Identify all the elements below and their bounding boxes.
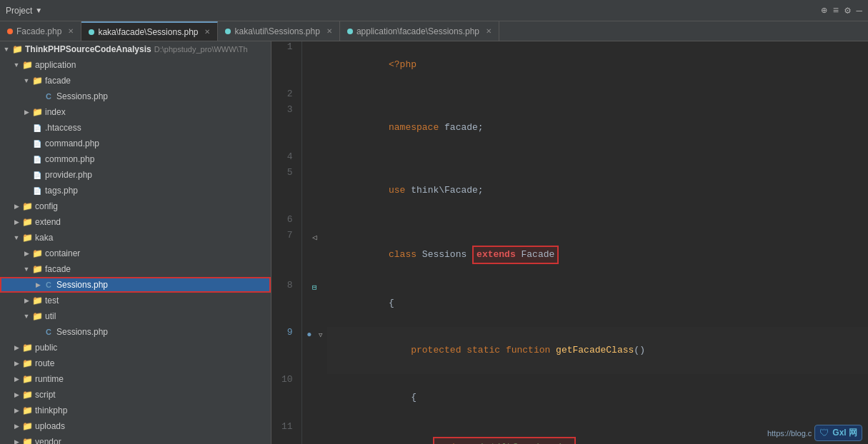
htaccess-label: .htaccess xyxy=(45,123,81,133)
sidebar-item-util[interactable]: ▼ 📁 util xyxy=(0,308,271,324)
sidebar[interactable]: ▼ 📁 ThinkPHPSourceCodeAnalysis D:\phpstu… xyxy=(0,41,271,444)
settings-icon[interactable]: ≡ xyxy=(833,5,839,16)
minimize-icon[interactable]: — xyxy=(857,5,862,16)
sidebar-item-uploads[interactable]: ▶ 📁 uploads xyxy=(0,418,271,434)
code-line-1: <?php xyxy=(327,41,868,89)
line-number-4: 4 xyxy=(271,151,301,167)
sidebar-item-public[interactable]: ▶ 📁 public xyxy=(0,340,271,355)
sidebar-item-kaka-facade[interactable]: ▼ 📁 facade xyxy=(0,261,271,277)
sidebar-item-app-facade-sessions[interactable]: C Sessions.php xyxy=(0,89,271,104)
app-facade-label: facade xyxy=(45,76,71,86)
line-number-5: 5 xyxy=(271,167,301,214)
table-row: 10 { xyxy=(271,374,868,421)
sidebar-item-index[interactable]: ▶ 📁 index xyxy=(0,104,271,120)
fold-icon-7[interactable]: ◁ xyxy=(312,233,317,242)
kaka-facade-arrow: ▼ xyxy=(21,264,31,274)
sidebar-item-config[interactable]: ▶ 📁 config xyxy=(0,198,271,214)
vendor-label: vendor xyxy=(35,437,61,444)
sidebar-item-command[interactable]: 📄 command.php xyxy=(0,136,271,151)
tab-app-facade-sessions[interactable]: application\facade\Sessions.php ✕ xyxy=(340,21,499,41)
tab-kaka-facade-sessions[interactable]: kaka\facade\Sessions.php ✕ xyxy=(81,21,218,41)
line-number-3: 3 xyxy=(271,104,301,151)
sidebar-root[interactable]: ▼ 📁 ThinkPHPSourceCodeAnalysis D:\phpstu… xyxy=(0,41,271,57)
kaka-facade-label: facade xyxy=(45,264,71,274)
fold-icon-9[interactable]: ▽ xyxy=(319,332,322,339)
tags-icon: 📄 xyxy=(31,186,43,196)
route-folder-icon: 📁 xyxy=(21,358,33,368)
sidebar-item-container[interactable]: ▶ 📁 container xyxy=(0,246,271,261)
main-area: ▼ 📁 ThinkPHPSourceCodeAnalysis D:\phpstu… xyxy=(0,41,868,444)
tags-label: tags.php xyxy=(45,186,78,196)
close-icon[interactable]: ✕ xyxy=(68,27,74,35)
public-arrow: ▶ xyxy=(11,343,21,353)
sidebar-item-vendor[interactable]: ▶ 📁 vendor xyxy=(0,434,271,444)
root-path: D:\phpstudy_pro\WWW\Th xyxy=(154,45,248,54)
add-icon[interactable]: ⊕ xyxy=(821,4,827,16)
watermark-brand: Gxl 网 xyxy=(832,427,857,439)
command-icon: 📄 xyxy=(31,138,43,148)
uploads-label: uploads xyxy=(35,421,65,431)
close-icon-2[interactable]: ✕ xyxy=(204,28,210,36)
provider-label: provider.php xyxy=(45,170,92,180)
tab-label-facade: Facade.php xyxy=(16,26,61,36)
breakpoint-icon-9[interactable]: ● xyxy=(306,330,311,340)
thinkphp-arrow: ▶ xyxy=(11,405,21,415)
tab-kaka-util-sessions[interactable]: kaka\util\Sessions.php ✕ xyxy=(218,21,339,41)
sidebar-item-test[interactable]: ▶ 📁 test xyxy=(0,293,271,308)
sidebar-item-htaccess[interactable]: 📄 .htaccess xyxy=(0,120,271,136)
sidebar-item-provider[interactable]: 📄 provider.php xyxy=(0,167,271,183)
runtime-folder-icon: 📁 xyxy=(21,374,33,384)
project-label[interactable]: Project ▼ xyxy=(6,6,42,16)
application-folder-icon: 📁 xyxy=(21,60,33,70)
vendor-arrow: ▶ xyxy=(11,437,21,444)
htaccess-arrow xyxy=(21,123,31,133)
sidebar-item-extend[interactable]: ▶ 📁 extend xyxy=(0,214,271,230)
close-icon-3[interactable]: ✕ xyxy=(326,27,332,35)
sidebar-item-application[interactable]: ▼ 📁 application xyxy=(0,57,271,73)
container-label: container xyxy=(45,248,80,258)
table-row: 2 xyxy=(271,89,868,104)
sidebar-item-script[interactable]: ▶ 📁 script xyxy=(0,387,271,403)
public-folder-icon: 📁 xyxy=(21,343,33,353)
table-row: 7 ◁ class Sessions extends Facade xyxy=(271,230,868,280)
fold-icon-8[interactable]: ⊟ xyxy=(312,283,317,292)
gutter-6 xyxy=(301,214,327,230)
tab-label-app-facade: application\facade\Sessions.php xyxy=(356,26,479,36)
shield-icon: 🛡 xyxy=(819,428,829,439)
line-number-7: 7 xyxy=(271,230,301,280)
sidebar-item-runtime[interactable]: ▶ 📁 runtime xyxy=(0,371,271,387)
common-icon: 📄 xyxy=(31,154,43,164)
gear-icon[interactable]: ⚙ xyxy=(844,4,850,16)
sidebar-item-thinkphp[interactable]: ▶ 📁 thinkphp xyxy=(0,403,271,418)
route-arrow: ▶ xyxy=(11,358,21,368)
gutter-2 xyxy=(301,89,327,104)
app-facade-arrow: ▼ xyxy=(21,76,31,86)
index-label: index xyxy=(45,107,66,117)
table-row: 6 xyxy=(271,214,868,230)
sidebar-item-common[interactable]: 📄 common.php xyxy=(0,151,271,167)
app-facade-sessions-icon: C xyxy=(43,91,54,101)
table-row: 4 xyxy=(271,151,868,167)
gutter-7: ◁ xyxy=(301,230,327,280)
common-label: common.php xyxy=(45,154,94,164)
sidebar-item-util-sessions[interactable]: C Sessions.php xyxy=(0,324,271,340)
root-arrow: ▼ xyxy=(1,44,11,54)
app-facade-folder-icon: 📁 xyxy=(31,76,43,86)
sidebar-item-route[interactable]: ▶ 📁 route xyxy=(0,355,271,371)
sidebar-item-tags[interactable]: 📄 tags.php xyxy=(0,183,271,198)
close-icon-4[interactable]: ✕ xyxy=(486,27,492,35)
sidebar-item-kaka-facade-sessions[interactable]: ▶ C Sessions.php xyxy=(0,277,271,293)
sidebar-item-app-facade[interactable]: ▼ 📁 facade xyxy=(0,73,271,89)
gutter-5 xyxy=(301,167,327,214)
code-editor[interactable]: 1 <?php 2 3 namespace facade; xyxy=(271,41,868,444)
kaka-facade-folder-icon: 📁 xyxy=(31,264,43,274)
sidebar-item-kaka[interactable]: ▼ 📁 kaka xyxy=(0,230,271,246)
kaka-label: kaka xyxy=(35,233,53,243)
line-number-1: 1 xyxy=(271,41,301,89)
watermark-url: https://blog.c xyxy=(767,429,812,438)
code-line-5: use think\Facade; xyxy=(327,167,868,214)
app-facade-sessions-arrow xyxy=(33,91,43,101)
tab-icon-app-facade xyxy=(347,29,353,34)
code-line-2 xyxy=(327,89,868,104)
tab-facade-php[interactable]: Facade.php ✕ xyxy=(0,21,81,41)
